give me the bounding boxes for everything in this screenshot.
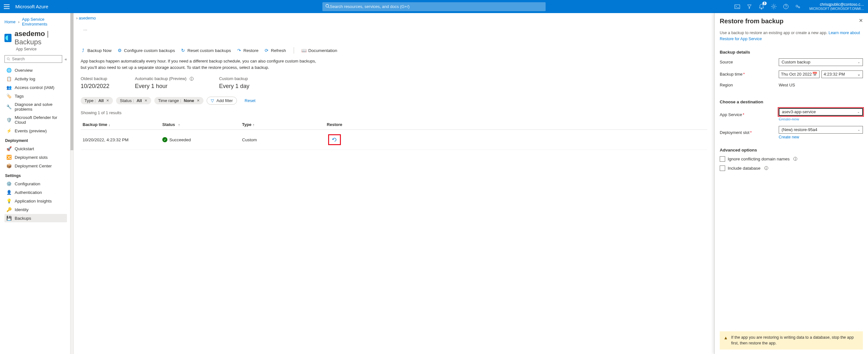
sidebar-item-authentication[interactable]: 👤Authentication [4,188,67,197]
backup-time-picker[interactable]: 4:23:32 PM ⌄ [822,70,863,78]
svg-point-7 [7,58,9,60]
arrow-up-icon: ↑ [178,123,180,127]
cube-icon: 📦 [6,163,11,168]
bolt-icon: ⚡ [6,128,11,133]
backup-table-header: Backup time↓ Status↑ Type↑ Restore [81,120,707,130]
backuptime-label: Backup time [720,72,743,77]
key-icon: 🔑 [6,207,11,212]
slot-dropdown[interactable]: (New) restore-95a4 ⌄ [779,126,863,134]
restore-button[interactable]: ↷Restore [237,48,258,53]
sidebar-item-identity[interactable]: 🔑Identity [4,205,67,214]
global-search-input[interactable] [330,4,543,9]
chevron-down-icon: ⌄ [858,60,860,64]
close-panel-button[interactable]: ✕ [859,18,863,24]
create-new-slot-link[interactable]: Create new [779,135,863,139]
stat-oldest: Oldest backup 10/20/2022 [81,76,110,90]
sliders-icon: ⚙️ [6,181,11,186]
table-row[interactable]: 10/20/2022, 4:23:32 PM ✓Succeeded Custom [81,130,707,150]
col-type[interactable]: Type↑ [242,122,322,127]
sidebar-item-overview[interactable]: 🌐Overview [4,66,67,74]
reset-icon: ↻ [181,48,186,53]
stat-auto-value: Every 1 hour [135,83,193,90]
reset-backups-button[interactable]: ↻Reset custom backups [181,48,231,53]
info-icon[interactable]: i [794,157,797,161]
include-database-checkbox[interactable]: Include database i [720,166,863,171]
appservice-label: App Service [720,112,742,117]
checkbox-icon [720,156,725,162]
filter-icon[interactable] [746,3,752,10]
sidebar-search-box[interactable] [4,55,62,63]
sidebar-item-events[interactable]: ⚡Events (preview) [4,127,67,135]
person-icon: 👤 [6,190,11,195]
funnel-icon: ▽ [211,98,214,103]
chevron-down-icon: ⌄ [857,72,861,77]
sidebar-item-deployment-slots[interactable]: 🔀Deployment slots [4,153,67,161]
create-new-app-link[interactable]: Create new [779,117,863,121]
global-search-box[interactable] [322,2,546,11]
restore-icon: ↷ [237,48,241,53]
appservice-dropdown[interactable]: asev3-app-service ⌄ [779,108,863,116]
sidebar-item-defender[interactable]: 🛡️Microsoft Defender for Cloud [4,114,67,126]
source-label: Source [720,60,779,64]
info-icon[interactable]: i [764,166,768,170]
info-icon[interactable]: i [190,77,193,81]
restore-row-button[interactable] [328,134,341,145]
sidebar-item-diagnose[interactable]: 🔧Diagnose and solve problems [4,100,67,113]
breadcrumb: Home › App Service Environments [4,15,67,30]
breadcrumb-home[interactable]: Home [4,20,16,24]
col-backup-time[interactable]: Backup time↓ [83,122,162,127]
backup-now-button[interactable]: ⤴Backup Now [81,48,112,53]
stat-oldest-value: 10/20/2022 [81,83,110,90]
refresh-button[interactable]: ⟳Refresh [264,48,286,53]
add-filter-button[interactable]: ▽Add filter [207,97,237,105]
toolbar-separator [294,47,294,54]
region-label: Region [720,83,779,87]
slots-icon: 🔀 [6,155,11,160]
close-icon[interactable]: ✕ [197,98,199,103]
sidebar-item-backups[interactable]: 💾Backups [4,214,67,222]
sidebar-item-deployment-center[interactable]: 📦Deployment Center [4,162,67,170]
feedback-icon[interactable] [795,3,801,10]
col-status[interactable]: Status↑ [162,122,242,127]
filter-status-pill[interactable]: Status : All✕ [116,97,151,104]
cell-type: Custom [242,138,322,142]
account-menu[interactable]: chrisqpublic@contoso.c… MICROSOFT (MICRO… [809,2,864,11]
sidebar-item-configuration[interactable]: ⚙️Configuration [4,180,67,188]
shield-icon: 🛡️ [6,117,11,122]
sidebar-item-activity-log[interactable]: 📋Activity log [4,75,67,83]
ignore-domain-checkbox[interactable]: Ignore conflicting domain names i [720,156,863,162]
restore-panel: Restore from backup ✕ Use a backup to re… [714,13,868,354]
cloud-shell-icon[interactable] [734,3,740,10]
slot-label: Deployment slot [720,130,749,135]
close-icon[interactable]: ✕ [106,98,109,103]
configure-backups-button[interactable]: ⚙Configure custom backups [117,48,175,53]
more-actions-button[interactable]: … [83,27,87,31]
reset-filters-link[interactable]: Reset [245,98,255,103]
notifications-icon[interactable]: 3 [758,3,765,10]
book-icon: 📖 [302,48,306,53]
stat-custom-label: Custom backup [219,76,249,81]
success-icon: ✓ [162,137,167,142]
sidebar-nav: 🌐Overview 📋Activity log 👥Access control … [4,66,67,222]
breadcrumb-ase[interactable]: App Service Environments [22,17,67,27]
collapse-sidebar-button[interactable]: « [65,57,67,62]
sidebar-item-tags[interactable]: 🏷️Tags [4,92,67,100]
calendar-icon: 📅 [812,72,817,77]
documentation-button[interactable]: 📖Documentation [302,48,337,53]
hamburger-menu-icon[interactable] [4,4,9,9]
settings-icon[interactable] [770,3,777,10]
sidebar-search-input[interactable] [12,57,60,61]
source-dropdown[interactable]: Custom backup ⌄ [779,58,863,66]
sidebar-item-app-insights[interactable]: 💡Application Insights [4,197,67,205]
filter-timerange-pill[interactable]: Time range : None✕ [154,97,204,104]
help-icon[interactable] [782,3,789,10]
sidebar-item-access-control[interactable]: 👥Access control (IAM) [4,83,67,91]
close-icon[interactable]: ✕ [145,98,147,103]
backup-date-picker[interactable]: Thu Oct 20 2022 📅 [779,70,819,78]
sidebar-scrollbar[interactable] [70,13,73,354]
sidebar-item-quickstart[interactable]: 🚀Quickstart [4,145,67,153]
refresh-icon: ⟳ [264,48,269,53]
filter-type-pill[interactable]: Type : All✕ [81,97,113,104]
tag-icon: 🏷️ [6,93,11,98]
brand-label: Microsoft Azure [15,4,48,9]
